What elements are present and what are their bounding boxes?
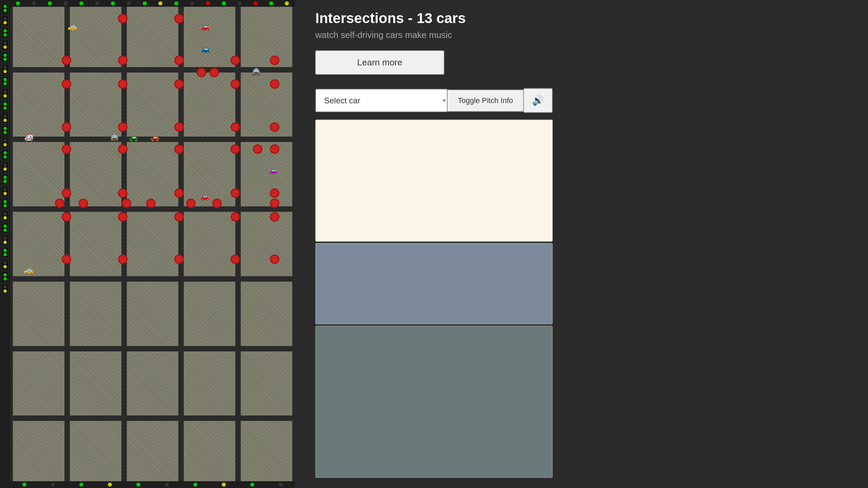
stop-sign [118, 122, 127, 132]
stop-sign [118, 188, 127, 198]
city-block [10, 70, 67, 140]
stop-sign [231, 255, 240, 264]
top-light [143, 1, 147, 5]
stop-sign [118, 255, 127, 264]
top-light [79, 1, 83, 5]
page-subtitle: watch self-driving cars make music [315, 30, 848, 40]
car-blue: 🚗 [199, 45, 211, 53]
city-block [10, 0, 67, 70]
stop-sign [62, 122, 71, 132]
stop-sign [118, 144, 127, 154]
city-block [181, 349, 238, 419]
stop-sign [174, 188, 184, 198]
stop-sign [146, 199, 156, 208]
stop-sign [231, 79, 240, 89]
stop-sign [231, 56, 240, 65]
car-ambulance: 🚑 [22, 134, 35, 141]
stop-sign [122, 199, 131, 208]
learn-more-button[interactable]: Learn more [315, 50, 444, 75]
city-block [10, 349, 67, 419]
volume-button[interactable]: 🔊 [524, 88, 553, 113]
stop-sign [174, 14, 184, 23]
city-block [238, 349, 295, 419]
car-purple: 🚗 [199, 23, 211, 30]
top-light [16, 1, 20, 5]
top-light [190, 1, 194, 5]
city-block [124, 349, 181, 419]
stop-sign [231, 144, 240, 154]
stop-sign [212, 199, 222, 208]
top-light [63, 1, 67, 5]
car-white-taxi: 🚕 [66, 23, 78, 30]
stop-sign [174, 122, 184, 132]
city-block [238, 418, 295, 488]
volume-icon: 🔊 [532, 95, 544, 106]
car-police-2: 🚔 [108, 134, 120, 141]
bottom-light [193, 483, 197, 487]
stop-sign [197, 68, 206, 77]
stop-sign [231, 188, 240, 198]
stop-sign [270, 255, 279, 264]
car-green: 🚗 [127, 134, 139, 141]
city-block [181, 418, 238, 488]
city-block [238, 209, 295, 279]
stop-sign [270, 144, 279, 154]
top-light [127, 1, 131, 5]
top-light [253, 1, 257, 5]
bottom-light [250, 483, 254, 487]
stop-sign [231, 212, 240, 222]
car-yellow: 🚕 [22, 266, 35, 274]
stop-sign [62, 255, 71, 264]
city-block [238, 279, 295, 349]
city-block [67, 70, 124, 140]
city-block [10, 279, 67, 349]
stop-sign [270, 56, 279, 65]
city-block [124, 209, 181, 279]
stop-sign [270, 122, 279, 132]
bottom-light [108, 483, 112, 487]
bottom-light [79, 483, 83, 487]
top-light [174, 1, 178, 5]
stop-sign [253, 144, 262, 154]
stop-sign [62, 56, 71, 65]
stop-sign [62, 188, 71, 198]
piano-roll-panel [315, 243, 553, 324]
left-traffic-lights [0, 0, 10, 488]
city-block [124, 418, 181, 488]
stop-sign [118, 79, 127, 89]
stop-sign [210, 68, 219, 77]
city-block [181, 70, 238, 140]
city-block [238, 0, 295, 70]
toggle-pitch-button[interactable]: Toggle Pitch Info [447, 89, 524, 112]
stop-sign [62, 212, 71, 222]
bottom-light [165, 483, 169, 487]
city-block [181, 0, 238, 70]
city-block [67, 279, 124, 349]
top-light [158, 1, 162, 5]
bottom-light [279, 483, 283, 487]
stop-sign [186, 199, 196, 208]
city-block [124, 0, 181, 70]
city-block [67, 349, 124, 419]
stop-sign [270, 199, 279, 208]
city-block [67, 139, 124, 209]
stop-sign [174, 79, 184, 89]
stop-sign [55, 199, 64, 208]
car-white: 🚗 [198, 193, 211, 200]
top-light [32, 1, 36, 5]
stop-sign [118, 212, 127, 222]
stop-sign [270, 188, 279, 198]
right-panel: Intersections - 13 cars watch self-drivi… [295, 0, 868, 488]
city-block [67, 209, 124, 279]
stop-sign [231, 122, 240, 132]
stop-sign [79, 199, 88, 208]
page-title: Intersections - 13 cars [315, 10, 848, 26]
stop-sign [62, 79, 71, 89]
info-panel [315, 120, 553, 242]
top-light [48, 1, 52, 5]
city-block [10, 209, 67, 279]
city-block [67, 0, 124, 70]
bottom-panel [315, 326, 553, 478]
top-light [206, 1, 210, 5]
car-select-dropdown[interactable]: Select car Car 1 Car 2 Car 3 [315, 89, 447, 112]
